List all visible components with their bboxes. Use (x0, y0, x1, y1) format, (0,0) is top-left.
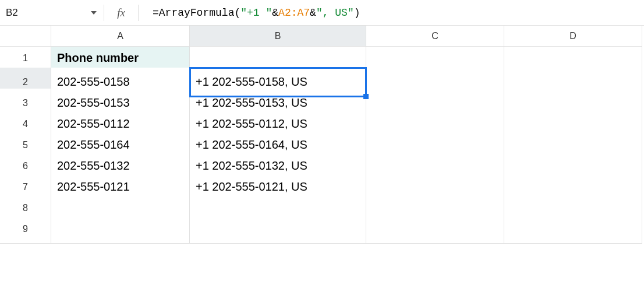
formula-input[interactable]: =ArrayFormula("+1 "&A2:A7&", US") (139, 0, 644, 25)
formula-open: ( (234, 7, 240, 19)
formula-bar: B2 fx =ArrayFormula("+1 "&A2:A7&", US") (0, 0, 644, 26)
fill-handle[interactable] (363, 94, 369, 99)
name-box-value: B2 (6, 7, 18, 19)
cell-b9[interactable] (190, 215, 366, 244)
cell-d9[interactable] (504, 215, 642, 244)
cell-a9[interactable] (51, 215, 190, 244)
row-header-1[interactable]: 1 (0, 47, 51, 70)
fx-icon: fx (104, 6, 138, 19)
cell-d1[interactable] (504, 47, 642, 70)
col-header-b[interactable]: B (190, 26, 366, 47)
spreadsheet-grid: A B C D 1 Phone number 2 202-555-0158 +1… (0, 26, 644, 236)
col-header-a[interactable]: A (51, 26, 190, 47)
cell-c9[interactable] (366, 215, 504, 244)
cell-c1[interactable] (366, 47, 504, 70)
formula-close: ) (354, 7, 360, 19)
col-header-d[interactable]: D (504, 26, 642, 47)
formula-amp2: & (310, 7, 316, 19)
formula-range: A2:A7 (278, 7, 310, 19)
select-all-corner[interactable] (0, 26, 51, 47)
cell-a1[interactable]: Phone number (51, 47, 190, 70)
cell-b1[interactable] (190, 47, 366, 70)
col-header-c[interactable]: C (366, 26, 504, 47)
formula-fn: ArrayFormula (159, 7, 235, 19)
formula-equals: = (153, 7, 159, 19)
name-box[interactable]: B2 (0, 0, 104, 25)
row-header-9[interactable]: 9 (0, 215, 51, 244)
dropdown-icon[interactable] (91, 11, 97, 15)
formula-str1: "+1 " (240, 7, 272, 19)
formula-amp1: & (272, 7, 278, 19)
formula-str2: ", US" (316, 7, 354, 19)
cell-b2[interactable]: +1 202-555-0158, US (190, 68, 366, 97)
